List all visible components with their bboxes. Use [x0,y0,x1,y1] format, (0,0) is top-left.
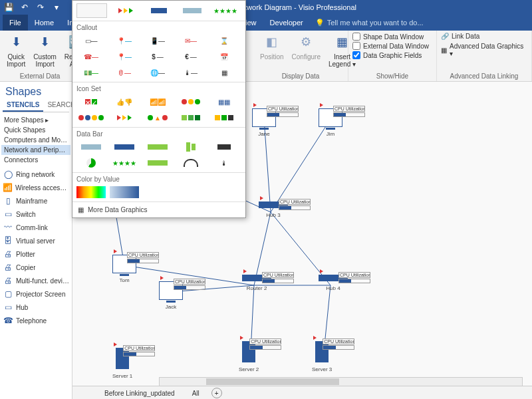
co-tag[interactable]: ▭— [76,34,106,47]
stencil-2[interactable]: Computers and Monitors [1,135,70,145]
co-cal[interactable]: 📅 [209,50,239,63]
shape-plotter[interactable]: 🖨Plotter [0,247,72,261]
shape-projector-screen[interactable]: ▢Projector Screen [0,287,72,301]
db-8[interactable] [143,156,172,170]
is-sq3[interactable] [176,111,205,124]
node-server1[interactable]: CPU Utilization %Server 1 [112,348,132,379]
more-data-graphics[interactable]: ▦More Data Graphics [72,202,245,217]
node-hub3[interactable]: CPU Utilization %Hub 3 [259,201,288,218]
hub-icon: ▭ [3,303,13,312]
dg-flags-1[interactable] [111,4,140,17]
node-server3[interactable]: CPU Utilization %Server 3 [312,341,332,372]
shape-virtual-server[interactable]: 🗄Virtual server [0,234,72,247]
co-euro[interactable]: €— [176,50,205,63]
node-jane[interactable]: CPU Utilization %Jane [252,108,276,137]
data-graphic: CPU Utilization % [267,106,299,117]
co-db[interactable]: 🛢— [110,66,139,79]
co-dollar[interactable]: $— [143,50,172,63]
co-chip[interactable]: ▦ [209,66,239,79]
shape-mainframe[interactable]: ▯Mainframe [0,194,72,207]
flag-icon [160,276,164,280]
sheet-tab-2[interactable]: All [187,388,205,398]
shape-telephone[interactable]: ☎Telephone [0,314,72,327]
node-jack[interactable]: CPU Utilization %Jack [159,281,183,310]
chk-data-graphic-fields[interactable]: Data Graphic Fields [352,51,422,59]
horizontal-scrollbar[interactable] [159,377,523,386]
cv-blues[interactable] [110,186,139,199]
node-tom[interactable]: CPU Utilization %Tom [112,255,136,283]
db-7[interactable]: ★★★★ [110,156,139,170]
node-router2[interactable]: CPU Utilization %Router 2 [242,275,271,291]
dg-stars[interactable]: ★★★★ [211,4,240,17]
db-1[interactable] [76,140,106,154]
stencil-0[interactable]: More Shapes ▸ [1,115,70,125]
is-wifi[interactable]: 📶📶 [143,95,172,108]
shapes-title: Shapes [5,86,66,98]
co-pin[interactable]: 📍— [110,34,139,47]
tell-me[interactable]: 💡Tell me what you want to do... [310,15,529,31]
is-signs[interactable]: ▲ [143,111,172,124]
co-phone[interactable]: 📱— [143,34,172,47]
stencil-1[interactable]: Quick Shapes [1,125,70,135]
db-6[interactable] [76,156,106,170]
is-check[interactable]: ✕✓ [76,95,106,108]
node-hub4[interactable]: CPU Utilization %Hub 4 [319,275,348,291]
db-10[interactable]: 🌡 [209,156,239,170]
quick-import-button[interactable]: ⬇Quick Import [4,32,28,69]
node-server2[interactable]: CPU Utilization %Server 2 [239,341,259,372]
mainframe-icon: ▯ [3,196,13,205]
node-jim[interactable]: CPU Utilization %Jim [319,108,342,137]
add-sheet-button[interactable]: + [211,388,222,398]
db-5[interactable] [209,140,239,154]
tab-home[interactable]: Home [28,15,61,31]
save-icon[interactable]: 💾 [3,1,15,13]
is-grid[interactable]: ▦▦ [209,95,239,108]
is-sq4[interactable] [209,111,239,124]
shapes-tab-search[interactable]: SEARCH [43,99,72,112]
db-2[interactable] [110,140,139,154]
co-thermo[interactable]: 🌡— [176,66,205,79]
shape-multi-device[interactable]: 🖨Multi-funct. device [0,274,72,287]
db-9[interactable] [176,156,205,170]
configure-button[interactable]: ⚙Configure [289,32,323,62]
co-mail[interactable]: ✉— [176,34,205,47]
co-money[interactable]: 💵— [76,66,106,79]
is-dots3[interactable] [176,95,205,108]
shape-switch[interactable]: ▭Switch [0,207,72,221]
chk-shape-data-window[interactable]: Shape Data Window [352,33,424,41]
sheet-tab-1[interactable]: Before Linking_updated [99,388,180,398]
shape-comm-link[interactable]: 〰Comm-link [0,221,72,234]
stencil-4[interactable]: Connectors [1,155,70,165]
node-label: Jane [252,131,276,137]
stencil-3[interactable]: Network and Peripherals [1,145,70,155]
co-call[interactable]: ☎— [76,50,106,63]
co-globe[interactable]: 🌐— [143,66,172,79]
dg-none[interactable] [76,3,107,18]
shape-copier[interactable]: 🖨Copier [0,261,72,274]
shape-wireless-ap[interactable]: 📶Wireless access point [0,181,72,194]
shape-hub[interactable]: ▭Hub [0,301,72,314]
tab-developer[interactable]: Developer [263,15,310,31]
advanced-data-graphics-button[interactable]: ▦Advanced Data Graphics ▾ [441,43,527,57]
link-data-button[interactable]: 🔗Link Data [441,33,479,40]
cv-rainbow[interactable] [76,186,106,199]
shape-ring-network[interactable]: ◯Ring network [0,168,72,181]
chk-external-data-window[interactable]: External Data Window [352,42,429,50]
dg-bar-1[interactable] [144,4,174,17]
custom-import-button[interactable]: ⬇Custom Import [31,32,59,69]
db-4[interactable] [176,140,205,154]
position-button[interactable]: ◧Position [257,32,287,62]
dg-bar-2[interactable] [178,4,207,17]
is-dots4[interactable] [76,111,106,124]
undo-icon[interactable]: ↶ [19,1,31,13]
shapes-tab-stencils[interactable]: STENCILS [3,99,43,112]
redo-icon[interactable]: ↷ [35,1,47,13]
db-3[interactable] [143,140,172,154]
qat-more-icon[interactable]: ▾ [51,1,63,13]
tab-file[interactable]: File [3,15,28,31]
node-label: Server 2 [239,366,259,372]
co-loc[interactable]: 📍— [110,50,139,63]
is-flags2[interactable] [110,111,139,124]
co-time[interactable]: ⌛ [209,34,239,47]
is-thumb[interactable]: 👍👎 [110,95,139,108]
